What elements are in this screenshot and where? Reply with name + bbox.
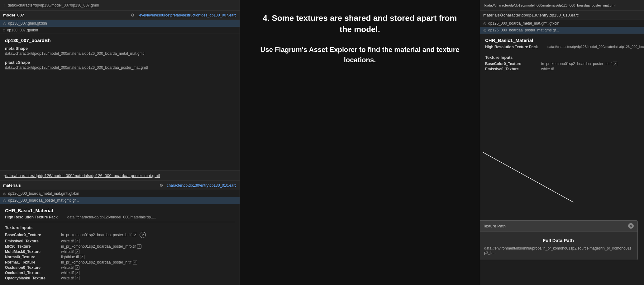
asset-file-item-1[interactable]: ◎ dp126_000_boarda_metal_mat.gmtl.gfxbin: [480, 20, 644, 27]
file-item-gfxbin[interactable]: ◎ dp130_007.gmdl.gfxbin: [0, 20, 240, 27]
materials-section-title: materials: [3, 183, 21, 188]
materials-section-link[interactable]: character\dp\dp130\entry\dp130_010.earc: [167, 183, 237, 188]
metal-shape-path: data://character/dp/dp126/model_000/mate…: [5, 51, 235, 56]
model-section-header: model_007 ⚙ level\levelresource\prefab\d…: [0, 11, 240, 20]
mat-file-icon-1: ◎: [3, 192, 6, 196]
texture-row-mrs: MRS0_Texture in_pr_komono01sp2_boardaa_p…: [5, 244, 235, 249]
file-icon-circle: ◎: [3, 21, 6, 26]
left-content-area: dp130_007_boardBh metalShape data://char…: [0, 34, 240, 170]
mat-file-name-1: dp126_000_boarda_metal_mat.gmtl.gfxbin: [8, 191, 79, 196]
asset-explorer-panel: ↑ data://character/dp/dp126/model_000/ma…: [480, 0, 644, 285]
texture-label-emissive: Emissive0_Texture: [5, 239, 61, 243]
texture-inputs-title: Texture Inputs: [5, 225, 235, 230]
model-gear-icon[interactable]: ⚙: [131, 13, 135, 17]
texture-label-opacitymask: OpacityMask0_Texture: [5, 276, 61, 280]
texture-row-multimask: MultiMask0_Texture white.tif ↗: [5, 250, 235, 254]
asset-file-icon-2: ◎: [483, 28, 486, 32]
mat-file-name-2: dp126_000_boardaa_poster_mat.gmtl.gf...: [8, 198, 79, 203]
texture-row-emissive: Emissive0_Texture white.tif ↗: [5, 239, 235, 243]
texture-path-modal: Texture Path ✕ Full Data Path data://env…: [480, 220, 638, 260]
asset-gear-icon[interactable]: ⚙: [500, 13, 503, 17]
texture-value-multimask: white.tif ↗: [61, 250, 79, 254]
texture-value-occlusion1: white.tif ↗: [61, 271, 79, 275]
texture-row-normal1: Normal1_Texture in_pr_komono01sp2_boarda…: [5, 260, 235, 264]
ext-link-icon-occlusion0[interactable]: ↗: [75, 265, 79, 270]
texture-label-multimask: MultiMask0_Texture: [5, 250, 61, 254]
high-res-row: High Resolution Texture Pack data://char…: [5, 215, 235, 219]
asset-file-name-2: dp126_000_boardaa_poster_mat.gmtl.gf...: [488, 28, 559, 32]
texture-row-occlusion1: Occlusion1_Texture white.tif ↗: [5, 271, 235, 275]
asset-file-list: ◎ dp126_000_boarda_metal_mat.gmtl.gfxbin…: [480, 20, 644, 34]
mat-file-icon-2: ◎: [3, 199, 6, 203]
texture-value-occlusion0: white.tif ↗: [61, 265, 79, 270]
asset-path-text: data://character/dp/dp126/model_000/mate…: [485, 3, 616, 7]
texture-value-normal1: in_pr_komono01sp2_boardaa_poster_n.tif ↗: [61, 260, 137, 264]
asset-texture-row-emissive: Emissive0_Texture white.tif: [485, 67, 639, 71]
modal-path-text: data://environment/insomnia/props/in_pr_…: [484, 246, 632, 255]
texture-row-normal0: Normal0_Texture lightblue.tif ↗: [5, 255, 235, 259]
materials-file-item-1[interactable]: ◎ dp126_000_boarda_metal_mat.gmtl.gfxbin: [0, 190, 240, 197]
second-path-text: data://character/dp/dp126/model_000/mate…: [5, 173, 160, 178]
instruction-panel: 4. Some textures are shared and stored a…: [240, 0, 480, 285]
ext-link-icon-multimask[interactable]: ↗: [75, 250, 79, 254]
ext-link-icon-normal0[interactable]: ↗: [80, 255, 84, 259]
ext-link-icon-opacitymask[interactable]: ↗: [75, 276, 79, 280]
asset-high-res-row: High Resolution Texture Pack data://char…: [485, 45, 639, 49]
modal-close-button[interactable]: ✕: [628, 223, 634, 229]
asset-section-link[interactable]: character\dp\dp130\entry\dp130_010.earc: [503, 13, 579, 17]
materials-section-header: materials ⚙ character\dp\dp130\entry\dp1…: [0, 181, 240, 190]
modal-title-text: Texture Path: [483, 224, 506, 228]
asset-file-item-2[interactable]: ◎ dp126_000_boardaa_poster_mat.gmtl.gf..…: [480, 27, 644, 34]
ext-link-icon-occlusion1[interactable]: ↗: [75, 271, 79, 275]
circle-icon-basecolor[interactable]: ↗: [140, 232, 146, 238]
left-panel: ↑ data://character/dp/dp130/model_007/dp…: [0, 0, 240, 285]
asset-file-name-1: dp126_000_boarda_metal_mat.gmtl.gfxbin: [488, 21, 559, 26]
instruction-text-block: 4. Some textures are shared and stored a…: [240, 0, 480, 74]
asset-texture-inputs-title: Texture Inputs: [485, 55, 639, 60]
instruction-heading-1: 4. Some textures are shared and stored a…: [259, 12, 461, 35]
file-item-gpubin[interactable]: □ dp130_007.gpubin: [0, 27, 240, 34]
texture-value-normal0: lightblue.tif ↗: [61, 255, 84, 259]
texture-value-opacitymask: white.tif ↗: [61, 276, 79, 280]
ext-link-icon-basecolor[interactable]: ↗: [133, 233, 137, 237]
modal-header: Texture Path ✕: [480, 221, 637, 231]
texture-label-occlusion1: Occlusion1_Texture: [5, 271, 61, 275]
texture-row-occlusion0: Occlusion0_Texture white.tif ↗: [5, 265, 235, 270]
ext-link-icon-normal1[interactable]: ↗: [133, 260, 137, 264]
material-title: CHR_Basic1_Material: [5, 208, 235, 213]
materials-gear-icon[interactable]: ⚙: [160, 183, 163, 188]
texture-label-occlusion0: Occlusion0_Texture: [5, 265, 61, 270]
asset-ext-link-icon-basecolor[interactable]: ↗: [613, 62, 617, 66]
ext-link-icon-emissive[interactable]: ↗: [75, 239, 79, 243]
texture-row-basecolor: BaseColor0_Texture in_pr_komono01sp2_boa…: [5, 232, 235, 238]
texture-label-normal1: Normal1_Texture: [5, 260, 61, 264]
metal-shape-block: metalShape data://character/dp/dp126/mod…: [5, 46, 235, 56]
file-icon-square: □: [3, 28, 5, 32]
ext-link-icon-mrs[interactable]: ↗: [137, 244, 141, 249]
asset-section-title: materials: [483, 13, 500, 17]
asset-high-res-value: data://character/dp/dp126/model_000/mate…: [547, 45, 644, 49]
model-section-title: model_007: [3, 13, 24, 17]
model-section-link[interactable]: level\levelresource\prefab\destruction\d…: [138, 13, 236, 17]
texture-value-mrs: in_pr_komono01sp2_boardaa_poster_mro.tif…: [61, 244, 141, 249]
asset-high-res-label: High Resolution Texture Pack: [485, 45, 547, 49]
asset-section-header: materials ⚙ character\dp\dp130\entry\dp1…: [480, 11, 644, 20]
texture-label-basecolor: BaseColor0_Texture: [5, 233, 61, 237]
material-content-section: CHR_Basic1_Material High Resolution Text…: [0, 204, 240, 285]
materials-file-item-2[interactable]: ◎ dp126_000_boardaa_poster_mat.gmtl.gf..…: [0, 197, 240, 204]
texture-label-normal0: Normal0_Texture: [5, 255, 61, 259]
asset-texture-label-emissive: Emissive0_Texture: [485, 67, 541, 71]
high-res-label: High Resolution Texture Pack: [5, 215, 67, 219]
high-res-value: data://character/dp/dp126/model_000/mate…: [67, 215, 156, 219]
plastic-shape-block: plasticShape data://character/dp/dp126/m…: [5, 60, 235, 70]
metal-shape-name: metalShape: [5, 46, 235, 51]
asset-path-bar: ↑ data://character/dp/dp126/model_000/ma…: [480, 0, 644, 11]
asset-texture-row-basecolor: BaseColor0_Texture in_pr_komono01sp2_boa…: [485, 62, 639, 66]
up-arrow-icon[interactable]: ↑: [3, 3, 5, 8]
top-path-bar: ↑ data://character/dp/dp130/model_007/dp…: [0, 0, 240, 11]
asset-texture-label-basecolor: BaseColor0_Texture: [485, 62, 541, 66]
second-path-bar: ↑ data://character/dp/dp126/model_000/ma…: [0, 170, 240, 181]
modal-subtitle: Full Data Path: [484, 238, 632, 243]
file-name-gfxbin: dp130_007.gmdl.gfxbin: [8, 21, 47, 26]
file-name-gpubin: dp130_007.gpubin: [7, 28, 38, 32]
